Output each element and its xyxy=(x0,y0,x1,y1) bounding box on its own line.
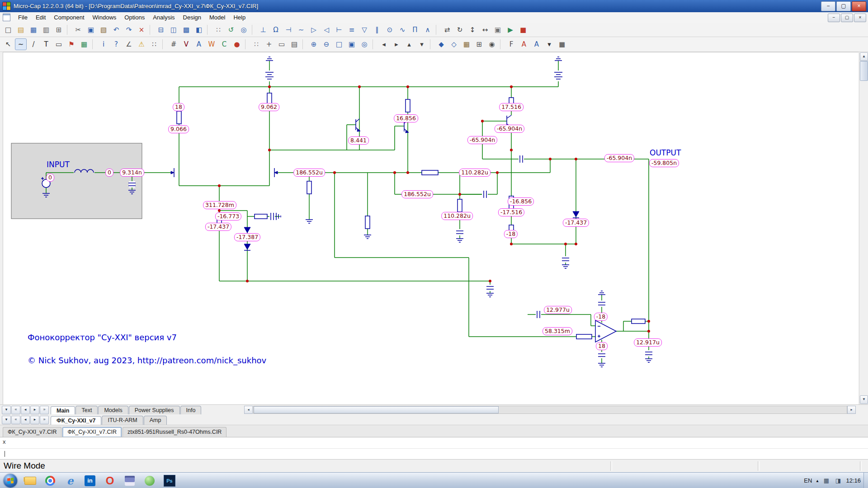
mosfet-component-icon[interactable]: ≡ xyxy=(346,24,358,36)
currents-icon[interactable]: A xyxy=(193,38,205,50)
green-app-icon[interactable] xyxy=(141,474,158,488)
mdi-minimize-button[interactable]: − xyxy=(828,14,840,22)
tab-nav-button-4[interactable]: » xyxy=(40,406,49,414)
clock[interactable]: 12:16 xyxy=(846,477,861,484)
tab-nav-button-0[interactable]: ▾ xyxy=(2,416,11,424)
pin-connections-icon[interactable]: ● xyxy=(231,38,243,50)
menu-analysis[interactable]: Analysis xyxy=(149,13,179,22)
network-icon[interactable]: ▦ xyxy=(822,477,830,484)
show-desktop-button[interactable] xyxy=(863,473,868,488)
diodes-and-arrows[interactable] xyxy=(171,125,579,250)
find-icon[interactable]: ◎ xyxy=(238,24,250,36)
node-numbers-icon[interactable]: # xyxy=(168,38,179,50)
file-tab[interactable]: ztx851-951Russell_Rs0-47Ohms.CIR xyxy=(123,427,226,437)
horizontal-scroll-thumb[interactable] xyxy=(254,406,499,413)
mdi-restore-button[interactable]: ▢ xyxy=(841,14,853,22)
delete-icon[interactable]: × xyxy=(136,24,147,36)
switch-component-icon[interactable]: ∧ xyxy=(422,24,434,36)
border-toggle-icon[interactable]: ▭ xyxy=(276,38,288,50)
file-tab[interactable]: ФК_Cy-XXI_v7.CIR xyxy=(62,427,121,437)
shape-editor-icon[interactable]: ◇ xyxy=(448,38,460,50)
tab-nav-button-0[interactable]: ▾ xyxy=(2,406,11,414)
explorer-folder-icon[interactable] xyxy=(22,474,39,488)
tile-horizontal-icon[interactable]: ⊟ xyxy=(155,24,167,36)
capacitor-component-icon[interactable]: ⊣ xyxy=(283,24,294,36)
mdi-close-button[interactable]: × xyxy=(854,14,866,22)
print-icon[interactable]: ▥ xyxy=(40,24,52,36)
page-tab-text[interactable]: Text xyxy=(75,406,98,415)
open-icon[interactable]: ▤ xyxy=(15,24,27,36)
schematic-canvas[interactable]: 189.0669.0628.44116.85617.516-65.904n-65… xyxy=(3,52,859,405)
menu-file[interactable]: File xyxy=(14,13,32,22)
flip-horizontal-icon[interactable]: ↔ xyxy=(479,24,491,36)
page-tab-amp[interactable]: Amp xyxy=(144,416,167,425)
lock-icon[interactable]: ■ xyxy=(556,38,568,50)
cut-icon[interactable]: ✂ xyxy=(72,24,84,36)
opamp-component-icon[interactable]: ▽ xyxy=(359,24,370,36)
text-color-a-icon[interactable]: A xyxy=(518,38,530,50)
resistor-component-icon[interactable]: Ω xyxy=(270,24,282,36)
tab-nav-button-1[interactable]: « xyxy=(11,406,20,414)
mirror-icon[interactable]: ⇄ xyxy=(441,24,453,36)
redo-icon[interactable]: ↷ xyxy=(123,24,135,36)
menu-model[interactable]: Model xyxy=(205,13,229,22)
battery-component-icon[interactable]: ∥ xyxy=(371,24,383,36)
split-window-icon[interactable]: ◧ xyxy=(193,24,205,36)
components[interactable] xyxy=(177,70,645,339)
watch-icon[interactable]: ◉ xyxy=(486,38,498,50)
tab-nav-button-2[interactable]: ◂ xyxy=(21,416,30,424)
zoom-out-icon[interactable]: ⊖ xyxy=(321,38,332,50)
npn-component-icon[interactable]: ⊢ xyxy=(333,24,345,36)
language-indicator[interactable]: EN xyxy=(804,477,812,484)
ground-component-icon[interactable]: ⊥ xyxy=(257,24,269,36)
help-mode-icon[interactable]: ? xyxy=(110,38,122,50)
node-voltages-icon[interactable]: V xyxy=(180,38,192,50)
tray-expand-icon[interactable]: ▴ xyxy=(816,478,818,483)
menu-component[interactable]: Component xyxy=(50,13,88,22)
scroll-down-button[interactable]: ▼ xyxy=(860,395,868,404)
grid-toggle-icon[interactable]: ∷ xyxy=(250,38,262,50)
rotate-icon[interactable]: ↻ xyxy=(454,24,466,36)
tab-nav-button-1[interactable]: « xyxy=(11,416,20,424)
volume-icon[interactable]: ◨ xyxy=(834,477,842,484)
page-tab-models[interactable]: Models xyxy=(98,406,128,415)
calculator-icon[interactable]: ⊞ xyxy=(473,38,485,50)
sine-source-icon[interactable]: ∿ xyxy=(396,24,408,36)
menu-design[interactable]: Design xyxy=(179,13,205,22)
wire-diagonal-mode-icon[interactable]: / xyxy=(28,38,39,50)
zoom-in-icon[interactable]: ⊕ xyxy=(308,38,320,50)
cascade-windows-icon[interactable]: ▩ xyxy=(180,24,192,36)
select-mode-icon[interactable]: ↖ xyxy=(2,38,14,50)
page-tab-main[interactable]: Main xyxy=(51,406,75,415)
menu-help[interactable]: Help xyxy=(229,13,250,22)
chrome-icon[interactable] xyxy=(42,474,59,488)
panel-close-icon[interactable]: x xyxy=(3,438,6,445)
scroll-up-icon[interactable]: ▴ xyxy=(403,38,415,50)
title-block-icon[interactable]: ▤ xyxy=(288,38,300,50)
fill-color-a-icon[interactable]: A xyxy=(531,38,542,50)
floppy-tool-icon[interactable] xyxy=(121,474,138,488)
diode-component-icon[interactable]: ▷ xyxy=(308,24,320,36)
document-icon[interactable] xyxy=(3,14,10,21)
horizontal-scrollbar[interactable] xyxy=(253,406,847,414)
zoom-fit-icon[interactable]: ▣ xyxy=(346,38,358,50)
digital-path-icon[interactable]: ∷ xyxy=(148,38,160,50)
step-box-icon[interactable]: ▣ xyxy=(492,24,504,36)
photoshop-icon[interactable]: Ps xyxy=(161,474,178,488)
text-mode-icon[interactable]: T xyxy=(40,38,52,50)
page-tab-фк_cy-xxi_v7[interactable]: ФК_Cy-XXI_v7 xyxy=(51,416,101,425)
flip-vertical-icon[interactable]: ↕ xyxy=(467,24,478,36)
menu-edit[interactable]: Edit xyxy=(32,13,50,22)
page-tab-power-supplies[interactable]: Power Supplies xyxy=(129,406,180,415)
schematic-drawing[interactable] xyxy=(3,52,859,405)
info-mode-icon[interactable]: i xyxy=(98,38,109,50)
maximize-button[interactable]: ▢ xyxy=(836,1,851,11)
new-icon[interactable]: □ xyxy=(2,24,14,36)
wire-mode-icon[interactable]: ~ xyxy=(15,38,27,50)
minimize-button[interactable]: − xyxy=(821,1,835,11)
package-editor-icon[interactable]: ▦ xyxy=(461,38,472,50)
input-source-box[interactable] xyxy=(11,143,142,219)
linkedin-icon[interactable]: in xyxy=(81,474,99,488)
tab-nav-button-3[interactable]: ▸ xyxy=(30,406,39,414)
title-bar[interactable]: Micro-Cap 12.2.0.3 (64 bit) - [D:\Progra… xyxy=(0,0,868,12)
